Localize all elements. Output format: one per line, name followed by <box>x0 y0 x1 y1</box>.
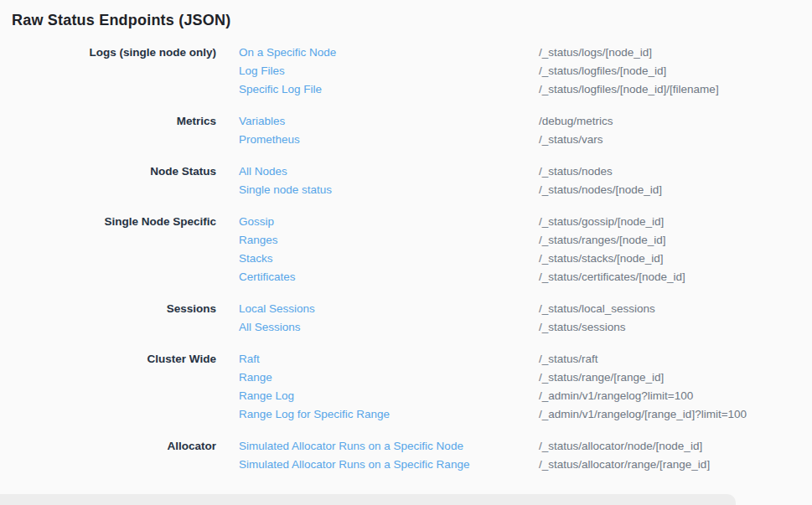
endpoint-row: Variables /debug/metrics <box>239 112 812 131</box>
endpoint-group-node-status: Node Status All Nodes /_status/nodes Sin… <box>0 162 812 199</box>
group-category: Logs (single node only) <box>0 44 216 99</box>
group-rows: Gossip /_status/gossip/[node_id] Ranges … <box>239 213 812 286</box>
endpoint-row: Stacks /_status/stacks/[node_id] <box>239 250 812 268</box>
endpoint-path: /_status/vars <box>539 131 812 149</box>
endpoint-link[interactable]: Prometheus <box>239 131 539 149</box>
endpoint-path: /_admin/v1/rangelog/[range_id]?limit=100 <box>539 405 812 424</box>
endpoint-row: Simulated Allocator Runs on a Specific N… <box>239 437 812 456</box>
group-rows: On a Specific Node /_status/logs/[node_i… <box>239 44 812 99</box>
endpoint-groups: Logs (single node only) On a Specific No… <box>0 44 812 474</box>
endpoint-path: /_status/allocator/range/[range_id] <box>539 456 812 474</box>
endpoint-path: /_status/nodes <box>539 162 812 181</box>
endpoint-row: Simulated Allocator Runs on a Specific R… <box>239 456 812 474</box>
endpoint-row: On a Specific Node /_status/logs/[node_i… <box>239 44 812 62</box>
endpoint-group-logs: Logs (single node only) On a Specific No… <box>0 44 812 99</box>
debug-endpoints-page: Raw Status Endpoints (JSON) Logs (single… <box>0 0 812 505</box>
page-title: Raw Status Endpoints (JSON) <box>0 0 812 29</box>
group-rows: All Nodes /_status/nodes Single node sta… <box>239 162 812 199</box>
endpoint-link[interactable]: Simulated Allocator Runs on a Specific R… <box>239 456 539 474</box>
bottom-edge-strip <box>0 494 736 505</box>
endpoint-path: /_admin/v1/rangelog?limit=100 <box>539 387 812 405</box>
group-category: Cluster Wide <box>0 350 216 424</box>
endpoint-row: Specific Log File /_status/logfiles/[nod… <box>239 80 812 99</box>
group-category: Single Node Specific <box>0 213 216 286</box>
endpoint-link[interactable]: All Sessions <box>239 318 539 337</box>
endpoint-path: /_status/stacks/[node_id] <box>539 250 812 268</box>
endpoint-row: Range /_status/range/[range_id] <box>239 368 812 387</box>
endpoint-link[interactable]: Simulated Allocator Runs on a Specific N… <box>239 437 539 456</box>
endpoint-path: /_status/certificates/[node_id] <box>539 268 812 286</box>
group-category: Node Status <box>0 162 216 199</box>
endpoint-path: /_status/logs/[node_id] <box>539 44 812 62</box>
group-rows: Local Sessions /_status/local_sessions A… <box>239 300 812 337</box>
endpoint-path: /_status/ranges/[node_id] <box>539 231 812 250</box>
endpoint-path: /_status/local_sessions <box>539 300 812 318</box>
endpoint-path: /debug/metrics <box>539 112 812 131</box>
group-rows: Raft /_status/raft Range /_status/range/… <box>239 350 812 424</box>
endpoint-link[interactable]: Stacks <box>239 250 539 268</box>
group-rows: Variables /debug/metrics Prometheus /_st… <box>239 112 812 149</box>
endpoint-link[interactable]: Range Log <box>239 387 539 405</box>
endpoint-link[interactable]: Ranges <box>239 231 539 250</box>
endpoint-path: /_status/gossip/[node_id] <box>539 213 812 231</box>
endpoint-row: Range Log /_admin/v1/rangelog?limit=100 <box>239 387 812 405</box>
endpoint-group-allocator: Allocator Simulated Allocator Runs on a … <box>0 437 812 474</box>
group-category: Metrics <box>0 112 216 149</box>
endpoint-row: Raft /_status/raft <box>239 350 812 368</box>
endpoint-path: /_status/raft <box>539 350 812 368</box>
endpoint-link[interactable]: Certificates <box>239 268 539 286</box>
endpoint-row: Log Files /_status/logfiles/[node_id] <box>239 62 812 80</box>
endpoint-row: Ranges /_status/ranges/[node_id] <box>239 231 812 250</box>
group-category: Sessions <box>0 300 216 337</box>
endpoint-group-cluster-wide: Cluster Wide Raft /_status/raft Range /_… <box>0 350 812 424</box>
endpoint-group-single-node-specific: Single Node Specific Gossip /_status/gos… <box>0 213 812 286</box>
endpoint-path: /_status/nodes/[node_id] <box>539 181 812 199</box>
group-category: Allocator <box>0 437 216 474</box>
endpoint-path: /_status/logfiles/[node_id] <box>539 62 812 80</box>
endpoint-link[interactable]: On a Specific Node <box>239 44 539 62</box>
endpoint-row: All Sessions /_status/sessions <box>239 318 812 337</box>
endpoint-path: /_status/sessions <box>539 318 812 337</box>
endpoint-link[interactable]: Local Sessions <box>239 300 539 318</box>
endpoint-group-metrics: Metrics Variables /debug/metrics Prometh… <box>0 112 812 149</box>
endpoint-link[interactable]: Gossip <box>239 213 539 231</box>
endpoint-row: All Nodes /_status/nodes <box>239 162 812 181</box>
endpoint-path: /_status/range/[range_id] <box>539 368 812 387</box>
endpoint-row: Single node status /_status/nodes/[node_… <box>239 181 812 199</box>
endpoint-link[interactable]: Specific Log File <box>239 80 539 99</box>
endpoint-group-sessions: Sessions Local Sessions /_status/local_s… <box>0 300 812 337</box>
endpoint-path: /_status/allocator/node/[node_id] <box>539 437 812 456</box>
endpoint-link[interactable]: Raft <box>239 350 539 368</box>
endpoint-link[interactable]: Single node status <box>239 181 539 199</box>
endpoint-row: Gossip /_status/gossip/[node_id] <box>239 213 812 231</box>
endpoint-row: Local Sessions /_status/local_sessions <box>239 300 812 318</box>
endpoint-row: Range Log for Specific Range /_admin/v1/… <box>239 405 812 424</box>
endpoint-link[interactable]: All Nodes <box>239 162 539 181</box>
endpoint-row: Certificates /_status/certificates/[node… <box>239 268 812 286</box>
endpoint-link[interactable]: Log Files <box>239 62 539 80</box>
endpoint-link[interactable]: Variables <box>239 112 539 131</box>
endpoint-link[interactable]: Range Log for Specific Range <box>239 405 539 424</box>
endpoint-path: /_status/logfiles/[node_id]/[filename] <box>539 80 812 99</box>
group-rows: Simulated Allocator Runs on a Specific N… <box>239 437 812 474</box>
endpoint-link[interactable]: Range <box>239 368 539 387</box>
endpoint-row: Prometheus /_status/vars <box>239 131 812 149</box>
